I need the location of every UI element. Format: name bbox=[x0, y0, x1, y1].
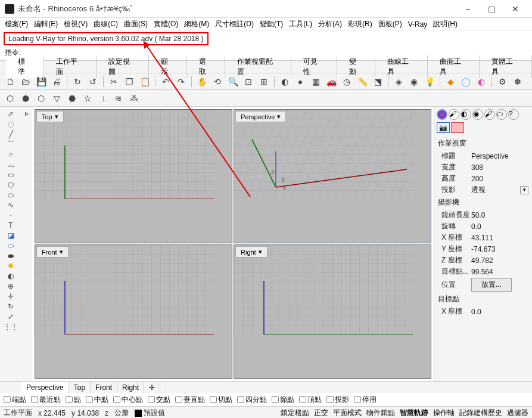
circle-tool[interactable]: ○ bbox=[6, 150, 15, 159]
ellipse-tool[interactable]: ⬭ bbox=[6, 190, 15, 200]
zoom-window-button[interactable]: ⊞ bbox=[257, 75, 270, 88]
help-button[interactable]: ✽ bbox=[511, 75, 524, 88]
menu-item[interactable]: 曲線(C) bbox=[91, 18, 120, 30]
property-value[interactable]: 43.111 bbox=[471, 234, 528, 242]
pan-button[interactable]: ✋ bbox=[195, 75, 209, 88]
close-button[interactable]: ✕ bbox=[503, 2, 527, 16]
status-toggle[interactable]: 正交 bbox=[314, 408, 328, 418]
display-icon[interactable] bbox=[451, 122, 464, 133]
panel-tab[interactable]: ◐ bbox=[461, 109, 471, 120]
shade-button[interactable]: ◐ bbox=[278, 75, 291, 88]
menu-item[interactable]: 檢視(V) bbox=[61, 18, 90, 30]
polyline-tool[interactable]: ⌒ bbox=[6, 140, 15, 149]
arc-tool[interactable]: ⌓ bbox=[6, 160, 15, 169]
property-value[interactable]: Perspective bbox=[471, 152, 528, 160]
property-value[interactable]: 308 bbox=[471, 163, 528, 172]
cplane-next-button[interactable]: ≋ bbox=[112, 92, 125, 105]
box-tool[interactable]: ◪ bbox=[6, 231, 15, 240]
viewport-tab[interactable]: Right bbox=[117, 382, 144, 393]
place-button[interactable]: 放置... bbox=[471, 278, 512, 292]
zoom-button[interactable]: 🔍 bbox=[226, 75, 239, 88]
osnap-option[interactable]: 端點 bbox=[4, 395, 26, 405]
render-button[interactable]: ● bbox=[294, 75, 307, 88]
pointer-tool[interactable]: ⬀ bbox=[6, 109, 15, 119]
dropdown-icon[interactable]: ▾ bbox=[520, 186, 528, 194]
osnap-option[interactable]: 中心點 bbox=[113, 395, 143, 405]
cplane-zaxis-button[interactable]: ▽ bbox=[50, 92, 63, 105]
paste-button[interactable]: 📋 bbox=[138, 75, 151, 88]
copy-button[interactable]: ❐ bbox=[123, 75, 136, 88]
lasso-tool[interactable]: ◌ bbox=[6, 119, 15, 129]
menu-item[interactable]: 網格(M) bbox=[182, 18, 211, 30]
osnap-option[interactable]: 頂點 bbox=[299, 395, 322, 405]
panel-tab[interactable]: ◉ bbox=[472, 109, 483, 120]
quad-button[interactable]: ▦ bbox=[309, 75, 322, 88]
status-toggle[interactable]: 平面模式 bbox=[333, 408, 362, 418]
osnap-option[interactable]: 停用 bbox=[354, 395, 377, 405]
layer-button[interactable]: ◈ bbox=[392, 75, 405, 88]
spotlight-button[interactable]: ⬔ bbox=[371, 75, 384, 88]
viewport-tab[interactable]: Front bbox=[91, 382, 117, 393]
camera-icon[interactable]: 📷 bbox=[437, 122, 450, 133]
redo-button[interactable]: ↷ bbox=[175, 75, 188, 88]
property-value[interactable]: 50.0 bbox=[471, 211, 528, 219]
minimize-button[interactable]: − bbox=[456, 2, 480, 16]
menu-item[interactable]: 彩現(R) bbox=[346, 18, 375, 30]
materials-button[interactable]: ◆ bbox=[444, 75, 457, 88]
status-toggle[interactable]: 記錄建構歷史 bbox=[459, 408, 502, 418]
print-button[interactable]: 🖨 bbox=[50, 75, 63, 88]
property-value[interactable]: 0.0 bbox=[471, 222, 528, 231]
cylinder-tool[interactable]: ⬭ bbox=[6, 241, 15, 250]
status-toggle[interactable]: 操作軸 bbox=[433, 408, 455, 418]
viewport-tab[interactable]: Perspective bbox=[21, 382, 69, 393]
sphere-tool[interactable]: ⬬ bbox=[6, 251, 15, 261]
menu-item[interactable]: 分析(A) bbox=[316, 18, 344, 30]
cplane-3pt-button[interactable]: ⬡ bbox=[35, 92, 48, 105]
environment-button[interactable]: ◯ bbox=[459, 75, 472, 88]
polygon-tool[interactable]: ⬠ bbox=[6, 180, 15, 190]
property-value[interactable]: 200 bbox=[471, 175, 528, 183]
properties-button[interactable]: ◉ bbox=[407, 75, 421, 88]
undo-button[interactable]: ↶ bbox=[159, 75, 172, 88]
property-value[interactable]: 99.564 bbox=[471, 268, 528, 276]
menu-item[interactable]: 說明(H) bbox=[431, 18, 460, 30]
property-value[interactable]: 0.0 bbox=[471, 308, 528, 316]
open-button[interactable]: 🗁 bbox=[19, 75, 32, 88]
point-tool[interactable]: · bbox=[6, 210, 15, 220]
sb-cplane[interactable]: 工作平面 bbox=[4, 408, 32, 418]
osnap-option[interactable]: 切點 bbox=[210, 395, 232, 405]
cplane-rotate-button[interactable]: ⬣ bbox=[66, 92, 79, 105]
move-tool[interactable]: ✛ bbox=[6, 292, 15, 301]
menu-item[interactable]: 工具(L) bbox=[287, 18, 315, 30]
text-tool[interactable]: T bbox=[6, 221, 15, 230]
menu-item[interactable]: 尺寸標註(D) bbox=[213, 18, 256, 30]
status-toggle[interactable]: 鎖定格點 bbox=[281, 408, 309, 418]
osnap-option[interactable]: 節點 bbox=[272, 395, 294, 405]
viewport-top[interactable]: x y Top▾ bbox=[35, 109, 232, 243]
export-button[interactable]: ↺ bbox=[86, 75, 99, 88]
light-button[interactable]: 💡 bbox=[423, 75, 436, 88]
osnap-option[interactable]: 交點 bbox=[148, 395, 170, 405]
viewport-title[interactable]: Front▾ bbox=[36, 246, 69, 258]
ruler-button[interactable]: 📏 bbox=[356, 75, 369, 88]
menu-item[interactable]: 面板(P) bbox=[376, 18, 405, 30]
maximize-button[interactable]: ▢ bbox=[480, 2, 503, 16]
property-value[interactable]: 透視 bbox=[471, 185, 520, 195]
property-value[interactable]: -74.673 bbox=[471, 245, 528, 253]
cut-button[interactable]: ✂ bbox=[107, 75, 120, 88]
save-button[interactable]: 💾 bbox=[35, 75, 48, 88]
tool-flyout[interactable]: ▹ bbox=[25, 109, 29, 117]
join-tool[interactable]: ⊕ bbox=[6, 281, 15, 291]
osnap-option[interactable]: 投影 bbox=[326, 395, 349, 405]
car-icon[interactable]: 🚗 bbox=[325, 75, 338, 88]
sb-layer[interactable]: 預設值 bbox=[135, 408, 165, 418]
status-toggle[interactable]: 物件鎖點 bbox=[366, 408, 395, 418]
new-button[interactable]: 🗋 bbox=[4, 75, 17, 88]
menu-item[interactable]: V-Ray bbox=[406, 19, 430, 30]
cplane-xy-button[interactable]: ⬢ bbox=[19, 92, 32, 105]
status-toggle[interactable]: 智慧軌跡 bbox=[400, 408, 428, 418]
explode-tool[interactable]: ✺ bbox=[6, 261, 15, 271]
menu-item[interactable]: 變動(T) bbox=[257, 18, 285, 30]
viewport-title[interactable]: Top▾ bbox=[36, 111, 64, 122]
line-tool[interactable]: ╱ bbox=[6, 129, 15, 139]
